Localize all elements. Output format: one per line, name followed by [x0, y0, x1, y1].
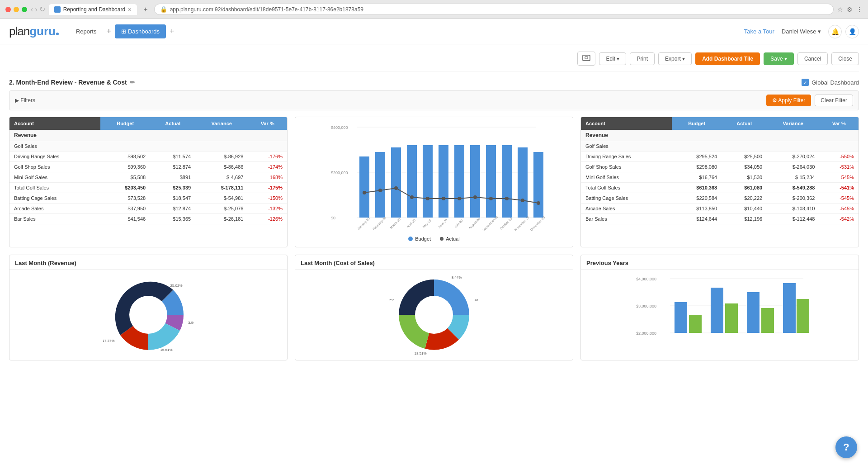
nav-reports[interactable]: Reports — [70, 24, 103, 38]
browser-tab[interactable]: Reporting and Dashboard × — [49, 4, 137, 15]
cell-variance: $-264,030 — [767, 162, 819, 172]
actual-line — [364, 188, 538, 203]
cell-varpct: -132% — [248, 204, 287, 214]
more-icon[interactable]: ⋮ — [856, 6, 863, 13]
last-month-cost-chart: 41.19% 8.44% 12.87% 18.51% — [295, 270, 573, 360]
edit-button[interactable]: Edit ▾ — [599, 52, 626, 65]
save-button[interactable]: Save ▾ — [764, 52, 794, 65]
filters-bar: ▶ Filters ⚙ Apply Filter Clear Filter — [9, 90, 859, 110]
cell-actual: $25,339 — [150, 183, 195, 193]
print-button[interactable]: Print — [630, 52, 655, 65]
minimize-window-dot[interactable] — [14, 7, 19, 12]
export-button[interactable]: Export ▾ — [658, 52, 692, 65]
cell-account: Total Golf Sales — [581, 183, 672, 193]
global-dashboard-checkbox[interactable]: ✓ — [802, 79, 809, 86]
svg-text:November-20: November-20 — [514, 216, 530, 231]
cell-actual: $20,222 — [722, 193, 767, 204]
last-month-cost-title: Last Month (Cost of Sales) — [295, 255, 573, 270]
nav-reports-add[interactable]: + — [103, 25, 115, 38]
cell-actual: $1,530 — [722, 172, 767, 183]
report-title-edit-icon[interactable]: ✏ — [130, 79, 135, 86]
filters-toggle[interactable]: ▶ Filters — [15, 97, 35, 104]
table-row: Arcade Sales $37,950 $12,874 $-25,076 -1… — [9, 204, 287, 214]
bar-chart-svg: $400,000 $200,000 $0 — [301, 123, 567, 231]
table-row: Golf Sales — [9, 141, 287, 152]
cell-variance: $-86,928 — [195, 152, 248, 162]
url-display: app.planguru.com:92/dashboard/edit/18de9… — [170, 6, 363, 13]
chart-legend: Budget Actual — [301, 236, 567, 242]
revenue-pie-svg: 25.02% 3.90% 15.61% 17.37% — [103, 274, 193, 355]
cancel-button[interactable]: Cancel — [797, 52, 828, 65]
svg-text:15.61%: 15.61% — [160, 348, 172, 352]
user-avatar-icon[interactable]: 👤 — [845, 25, 859, 38]
nav-dashboards-add[interactable]: + — [166, 25, 178, 38]
cell-actual: $61,080 — [722, 183, 767, 193]
nav-dashboards[interactable]: ⊞ Dashboards — [115, 24, 166, 38]
table-row: Mini Golf Sales $5,588 $891 $-4,697 -168… — [9, 172, 287, 183]
nav-dashboards-label: Dashboards — [128, 28, 160, 35]
apply-filter-button[interactable]: ⚙ Apply Filter — [766, 95, 811, 106]
cell-actual: $12,196 — [722, 214, 767, 224]
user-name[interactable]: Daniel Wiese ▾ — [782, 28, 821, 35]
table-row: Revenue — [581, 130, 859, 141]
table-row: Batting Cage Sales $73,528 $18,547 $-54,… — [9, 193, 287, 204]
bar-mar — [391, 147, 401, 218]
previous-years-panel: Previous Years $4,000,000 $3,000,000 $2,… — [580, 255, 859, 360]
notifications-icon[interactable]: 🔔 — [828, 25, 842, 38]
cell-account: Bar Sales — [9, 214, 100, 224]
extensions-icon[interactable]: ⚙ — [847, 6, 853, 13]
add-dashboard-tile-button[interactable]: Add Dashboard Tile — [695, 52, 760, 65]
cell-actual: $12,874 — [150, 204, 195, 214]
actual-dot-oct — [505, 197, 509, 200]
tab-close-icon[interactable]: × — [128, 6, 132, 13]
new-tab-button[interactable]: + — [141, 5, 150, 14]
cell-variance: $-4,697 — [195, 172, 248, 183]
svg-text:January-20: January-20 — [357, 217, 370, 230]
svg-text:February-20: February-20 — [372, 216, 387, 231]
cell-varpct: -545% — [819, 204, 859, 214]
address-bar[interactable]: 🔒 app.planguru.com:92/dashboard/edit/18d… — [154, 4, 834, 15]
maximize-window-dot[interactable] — [22, 7, 27, 12]
cell-varpct: -174% — [248, 162, 287, 172]
cell-varpct: -545% — [819, 172, 859, 183]
refresh-button[interactable]: ↻ — [39, 5, 45, 14]
actual-dot-aug — [473, 195, 477, 199]
header-icons: 🔔 👤 — [828, 25, 859, 38]
actual-dot-jun — [442, 197, 445, 200]
close-window-dot[interactable] — [5, 7, 11, 12]
actual-dot-mar — [394, 186, 398, 190]
take-tour-link[interactable]: Take a Tour — [744, 28, 774, 35]
actual-dot-feb — [378, 189, 382, 192]
cell-variance: $-178,111 — [195, 183, 248, 193]
help-fab[interactable]: ? — [835, 436, 857, 458]
table-row: Golf Shop Sales $99,360 $12,874 $-86,486… — [9, 162, 287, 172]
right-data-table: Account Budget Actual Variance Var % Rev… — [581, 117, 859, 224]
svg-text:$4,000,000: $4,000,000 — [636, 277, 656, 281]
svg-text:$200,000: $200,000 — [331, 171, 348, 175]
table-row: Batting Cage Sales $220,584 $20,222 $-20… — [581, 193, 859, 204]
screenshot-button[interactable] — [577, 52, 595, 66]
app-logo[interactable]: planguru — [9, 24, 59, 38]
logo-dot — [56, 33, 59, 35]
bottom-grid: Last Month (Revenue) — [9, 255, 859, 360]
right-col-varpct: Var % — [819, 117, 859, 130]
bar-group2-blue — [711, 288, 723, 333]
cell-account: Batting Cage Sales — [9, 193, 100, 204]
global-dashboard-check[interactable]: ✓ Global Dashboard — [802, 79, 859, 86]
svg-text:August-20: August-20 — [468, 217, 481, 230]
cell-account: Golf Shop Sales — [581, 162, 672, 172]
cell-budget: $113,850 — [672, 204, 722, 214]
bookmark-icon[interactable]: ☆ — [837, 6, 843, 13]
clear-filter-button[interactable]: Clear Filter — [815, 95, 853, 106]
bar-oct — [502, 145, 512, 218]
close-button[interactable]: Close — [831, 52, 859, 65]
table-row: Total Golf Sales $203,450 $25,339 $-178,… — [9, 183, 287, 193]
svg-text:April-20: April-20 — [406, 218, 416, 229]
bar-jan — [359, 156, 369, 218]
cell-account: Mini Golf Sales — [581, 172, 672, 183]
forward-button[interactable]: › — [35, 5, 37, 14]
back-button[interactable]: ‹ — [31, 5, 33, 14]
svg-text:$2,000,000: $2,000,000 — [636, 331, 656, 336]
cell-budget: $124,644 — [672, 214, 722, 224]
cell-actual: $25,500 — [722, 152, 767, 162]
